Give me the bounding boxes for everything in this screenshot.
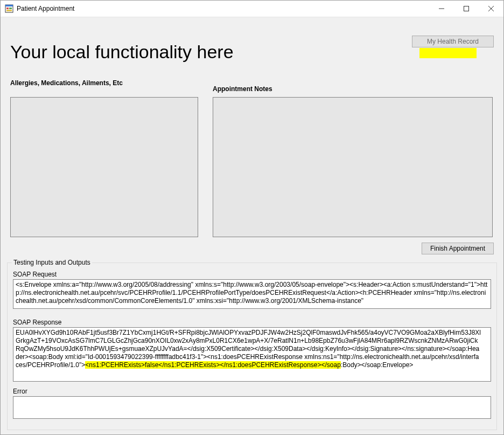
form-icon [5, 4, 13, 13]
window-title: Patient Appointment [17, 5, 74, 12]
soap-response-text-post: :Body></soap:Envelope> [341, 361, 413, 369]
minimize-button[interactable] [429, 1, 454, 17]
soap-response-textarea[interactable]: EUA0lHvXYGd9h10RAbF1jt5usf3Br7Z1YbCxmj1H… [13, 327, 491, 382]
highlight-marker [419, 48, 477, 58]
testing-groupbox: Testing Inputs and Outputs SOAP Request … [7, 263, 497, 430]
my-health-record-button[interactable]: My Health Record [412, 36, 494, 47]
page-heading: Your local functionality here [10, 42, 234, 63]
appointment-notes-label: Appointment Notes [213, 85, 272, 93]
soap-response-label: SOAP Response [13, 319, 62, 326]
svg-rect-3 [9, 8, 12, 9]
app-window: Patient Appointment Your local functiona… [0, 0, 504, 435]
client-area: Your local functionality here My Health … [1, 17, 503, 434]
svg-rect-4 [6, 10, 12, 11]
error-textarea[interactable] [13, 396, 491, 419]
close-button[interactable] [479, 1, 503, 17]
soap-response-highlight: <ns1:PCEHRExists>false</ns1:PCEHRExists>… [85, 361, 341, 369]
svg-rect-2 [6, 8, 9, 9]
maximize-button[interactable] [454, 1, 479, 17]
error-label: Error [13, 388, 27, 395]
allergies-textarea[interactable] [10, 97, 198, 237]
svg-rect-6 [464, 6, 469, 11]
groupbox-legend: Testing Inputs and Outputs [12, 259, 92, 266]
soap-request-label: SOAP Request [13, 271, 57, 278]
appointment-notes-textarea[interactable] [213, 97, 493, 237]
soap-request-textarea[interactable] [13, 279, 491, 309]
finish-appointment-button[interactable]: Finish Appointment [422, 243, 494, 254]
svg-rect-1 [5, 5, 13, 6]
titlebar: Patient Appointment [1, 1, 503, 17]
allergies-label: Allergies, Medications, Ailments, Etc [10, 79, 123, 87]
